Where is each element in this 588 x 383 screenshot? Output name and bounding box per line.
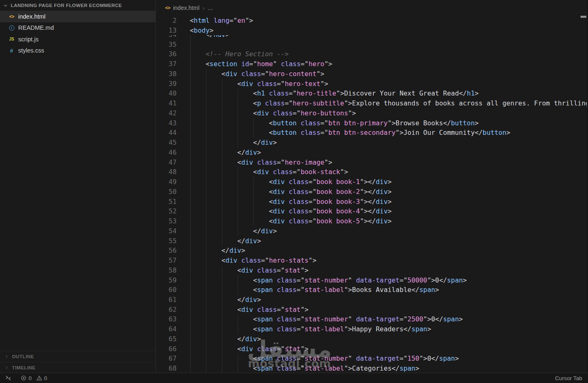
code-line[interactable]: 49 <div class="book book-1"></div> — [156, 177, 588, 187]
line-number[interactable]: 54 — [156, 226, 177, 236]
line-number[interactable]: 43 — [156, 118, 177, 128]
line-number[interactable]: 57 — [156, 256, 177, 266]
code-text[interactable]: <h1 class="hero-title">Discover Your Nex… — [190, 89, 479, 98]
code-text[interactable]: </div> — [190, 246, 245, 256]
code-text[interactable]: <p class="hero-subtitle">Explore thousan… — [190, 98, 588, 108]
code-line[interactable]: 37 <section id="home" class="hero"> — [156, 59, 588, 69]
code-text[interactable]: <div class="stat"> — [190, 266, 308, 275]
code-text[interactable]: <span class="stat-number" data-target="1… — [190, 354, 459, 364]
code-text[interactable]: <div class="book-stack"> — [190, 167, 348, 177]
code-line[interactable]: 56 </div> — [156, 246, 588, 256]
line-number[interactable]: 44 — [156, 128, 177, 138]
code-line[interactable]: 66 <div class="stat"> — [156, 344, 588, 354]
outline-section-header[interactable]: OUTLINE — [0, 351, 155, 362]
line-number[interactable]: 60 — [156, 285, 177, 295]
timeline-section-header[interactable]: TIMELINE — [0, 362, 155, 373]
sticky-line[interactable]: 13<body> — [156, 26, 588, 36]
line-number[interactable]: 49 — [156, 177, 177, 187]
code-line[interactable]: 63 <span class="stat-number" data-target… — [156, 314, 588, 324]
line-number[interactable]: 66 — [156, 344, 177, 354]
code-text[interactable]: </div> — [190, 148, 261, 158]
line-number[interactable]: 55 — [156, 236, 177, 246]
sticky-scroll[interactable]: 2<html lang="en">13<body> — [156, 16, 588, 35]
line-number[interactable]: 39 — [156, 79, 177, 89]
code-text[interactable]: <span class="stat-number" data-target="2… — [190, 314, 463, 324]
line-number[interactable]: 65 — [156, 334, 177, 344]
code-line[interactable]: 65 </div> — [156, 334, 588, 344]
file-item-index-html[interactable]: <> index.html — [0, 11, 155, 22]
code-text[interactable]: <span class="stat-label">Happy Readers</… — [190, 324, 431, 334]
code-line[interactable]: 39 <div class="hero-text"> — [156, 79, 588, 89]
file-item-styles-css[interactable]: # styles.css — [0, 45, 155, 57]
code-line[interactable]: 45 </div> — [156, 138, 588, 148]
line-number[interactable]: 53 — [156, 216, 177, 226]
problems-indicator[interactable]: 0 0 — [21, 375, 47, 381]
code-line[interactable]: 40 <h1 class="hero-title">Discover Your … — [156, 89, 588, 98]
code-line[interactable]: 47 <div class="hero-image"> — [156, 158, 588, 168]
code-text[interactable]: </div> — [190, 236, 261, 246]
line-number[interactable]: 38 — [156, 69, 177, 79]
line-number[interactable]: 2 — [156, 16, 177, 26]
line-number[interactable]: 50 — [156, 187, 177, 197]
code-line[interactable]: 61 </div> — [156, 295, 588, 305]
code-line[interactable]: 53 <div class="book book-5"></div> — [156, 216, 588, 226]
code-text[interactable]: <!-- Hero Section --> — [190, 49, 289, 59]
line-number[interactable]: 36 — [156, 49, 177, 59]
code-line[interactable]: 55 </div> — [156, 236, 588, 246]
code-text[interactable]: <span class="stat-number" data-target="5… — [190, 275, 467, 285]
code-text[interactable]: </div> — [190, 226, 277, 236]
breadcrumb-file[interactable]: index.html — [173, 5, 199, 11]
line-number[interactable]: 45 — [156, 138, 177, 148]
code-line[interactable]: 41 <p class="hero-subtitle">Explore thou… — [156, 98, 588, 108]
code-line[interactable]: 50 <div class="book book-2"></div> — [156, 187, 588, 197]
code-line[interactable]: 60 <span class="stat-label">Books Availa… — [156, 285, 588, 295]
sticky-line[interactable]: 2<html lang="en"> — [156, 16, 588, 26]
project-folder-header[interactable]: LANDNING PAGE FOR FLOWER ECOMMERCE — [0, 0, 155, 11]
code-text[interactable]: <div class="hero-text"> — [190, 79, 328, 89]
code-line[interactable]: 42 <div class="hero-buttons"> — [156, 108, 588, 118]
line-number[interactable]: 67 — [156, 354, 177, 364]
code-text[interactable]: <div class="hero-content"> — [190, 69, 324, 79]
code-text[interactable]: <button class="btn btn-primary">Browse B… — [190, 118, 479, 128]
code-line[interactable]: 68 <span class="stat-label">Categories</… — [156, 364, 588, 373]
line-number[interactable]: 59 — [156, 275, 177, 285]
code-text[interactable]: <div class="hero-stats"> — [190, 256, 316, 266]
code-line[interactable]: 38 <div class="hero-content"> — [156, 69, 588, 79]
code-lines-area[interactable]: 34 </nav>3536 <!-- Hero Section -->37 <s… — [156, 0, 588, 373]
line-number[interactable]: 37 — [156, 59, 177, 69]
code-text[interactable]: <div class="book book-1"></div> — [190, 177, 392, 187]
code-text[interactable]: <button class="btn btn-secondary">Join O… — [190, 128, 510, 138]
code-text[interactable]: <div class="book book-4"></div> — [190, 206, 392, 216]
code-line[interactable]: 64 <span class="stat-label">Happy Reader… — [156, 324, 588, 334]
scrollbar-thumb[interactable] — [581, 16, 586, 18]
line-number[interactable]: 64 — [156, 324, 177, 334]
code-line[interactable]: 57 <div class="hero-stats"> — [156, 256, 588, 266]
code-text[interactable]: <div class="hero-buttons"> — [190, 108, 356, 118]
code-text[interactable]: <div class="book book-3"></div> — [190, 197, 392, 207]
code-text[interactable]: <div class="book book-5"></div> — [190, 216, 392, 226]
code-line[interactable]: 59 <span class="stat-number" data-target… — [156, 275, 588, 285]
code-line[interactable]: 44 <button class="btn btn-secondary">Joi… — [156, 128, 588, 138]
line-number[interactable]: 48 — [156, 167, 177, 177]
code-line[interactable]: 46 </div> — [156, 148, 588, 158]
line-number[interactable]: 46 — [156, 148, 177, 158]
line-number[interactable]: 42 — [156, 108, 177, 118]
code-text[interactable]: <section id="home" class="hero"> — [190, 59, 332, 69]
code-text[interactable]: <html lang="en"> — [190, 16, 253, 26]
code-text[interactable]: <div class="stat"> — [190, 305, 308, 315]
line-number[interactable]: 68 — [156, 364, 177, 373]
line-number[interactable]: 62 — [156, 305, 177, 315]
breadcrumb-more[interactable]: ... — [208, 5, 213, 11]
code-line[interactable]: 36 <!-- Hero Section --> — [156, 49, 588, 59]
code-text[interactable]: <span class="stat-label">Books Available… — [190, 285, 439, 295]
code-line[interactable]: 52 <div class="book book-4"></div> — [156, 206, 588, 216]
code-text[interactable]: </div> — [190, 295, 261, 305]
code-editor[interactable]: <> index.html › ... 34 </nav>3536 <!-- H… — [156, 0, 588, 373]
code-line[interactable]: 35 — [156, 40, 588, 50]
code-line[interactable]: 51 <div class="book book-3"></div> — [156, 197, 588, 207]
line-number[interactable]: 41 — [156, 98, 177, 108]
file-item-readme-md[interactable]: i README.md — [0, 22, 155, 34]
line-number[interactable]: 13 — [156, 26, 177, 36]
line-number[interactable]: 56 — [156, 246, 177, 256]
code-text[interactable]: </div> — [190, 138, 277, 148]
